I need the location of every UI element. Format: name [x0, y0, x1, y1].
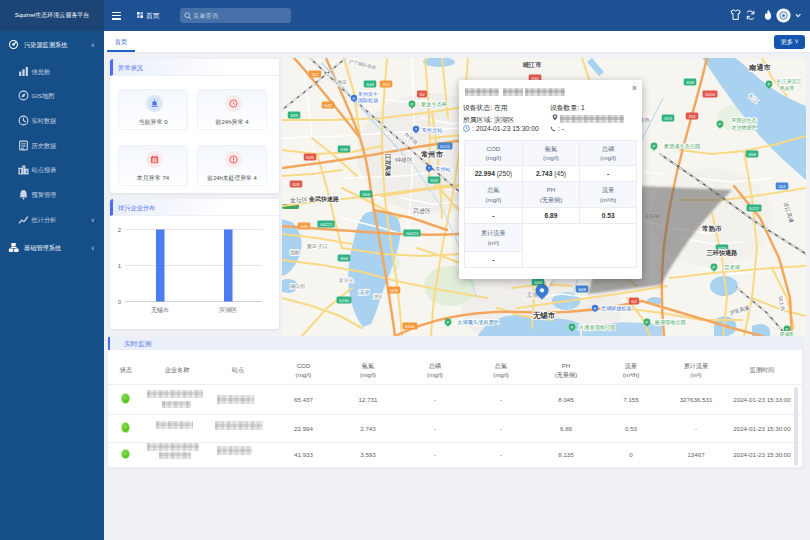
svg-text:洪庄: 洪庄	[337, 79, 347, 86]
svg-text:G2: G2	[631, 299, 637, 304]
svg-text:常州北站: 常州北站	[422, 127, 444, 134]
svg-text:G2: G2	[419, 92, 425, 97]
svg-text:G25: G25	[306, 155, 315, 160]
svg-text:G204: G204	[705, 92, 716, 97]
svg-text:国际机场: 国际机场	[358, 97, 378, 104]
svg-text:武进区: 武进区	[413, 207, 431, 215]
svg-text:204: 204	[779, 184, 787, 189]
svg-text:P: P	[653, 144, 656, 149]
svg-text:农业旅游区: 农业旅游区	[732, 124, 757, 131]
svg-text:钟楼区: 钟楼区	[394, 156, 413, 163]
svg-text:江宜高速: 江宜高速	[384, 152, 392, 176]
svg-text:P: P	[447, 320, 450, 325]
svg-text:滆湖: 滆湖	[359, 289, 370, 295]
svg-text:昆承湖: 昆承湖	[724, 264, 740, 271]
svg-text:S39: S39	[430, 178, 438, 183]
svg-text:S58: S58	[340, 256, 348, 261]
svg-text:S38: S38	[686, 80, 694, 85]
svg-text:常州市: 常州市	[421, 150, 444, 159]
svg-text:无锡市: 无锡市	[151, 306, 169, 314]
svg-text:S45: S45	[300, 224, 308, 229]
svg-text:常州站: 常州站	[435, 166, 451, 173]
svg-text:S39: S39	[290, 113, 298, 118]
svg-text:靖江市: 靖江市	[522, 61, 542, 69]
svg-text:G25: G25	[390, 288, 399, 293]
svg-text:大溪港湿地公园: 大溪港湿地公园	[579, 324, 615, 331]
svg-text:金武快速路: 金武快速路	[308, 195, 340, 203]
svg-text:南通市: 南通市	[748, 63, 771, 72]
svg-text:常熟市: 常熟市	[702, 225, 722, 233]
svg-text:G42: G42	[324, 103, 333, 108]
svg-text:湖全: 湖全	[373, 294, 383, 299]
svg-text:风光带: 风光带	[780, 85, 795, 92]
svg-text:P: P	[646, 320, 649, 325]
svg-text:G4221: G4221	[320, 222, 333, 227]
svg-text:常阴沙生态: 常阴沙生态	[732, 117, 757, 124]
svg-text:P: P	[768, 82, 771, 87]
svg-text:P: P	[713, 265, 716, 270]
svg-text:太湖鼋头渚风景区: 太湖鼋头渚风景区	[457, 319, 499, 326]
svg-text:1: 1	[118, 263, 122, 269]
svg-text:233: 233	[383, 82, 391, 87]
svg-text:528: 528	[293, 182, 301, 187]
svg-text:S122: S122	[440, 144, 450, 149]
svg-text:S240: S240	[405, 324, 415, 329]
svg-text:金坛区: 金坛区	[289, 196, 308, 203]
svg-text:204: 204	[689, 114, 697, 119]
svg-text:湖口街: 湖口街	[290, 283, 305, 290]
svg-text:S38: S38	[340, 147, 348, 152]
svg-text:S58: S58	[748, 152, 756, 157]
svg-text:黄河头: 黄河头	[339, 278, 354, 283]
svg-text:三环快通路: 三环快通路	[707, 249, 739, 257]
svg-text:滨湖区: 滨湖区	[219, 306, 237, 313]
svg-text:P: P	[719, 122, 722, 127]
svg-text:S58: S58	[362, 192, 370, 197]
svg-text:长江岸滨江: 长江岸滨江	[777, 78, 802, 85]
svg-text:新庄: 新庄	[307, 243, 317, 249]
svg-text:G4221: G4221	[406, 231, 419, 236]
svg-text:S19: S19	[664, 116, 672, 121]
svg-text:无锡市: 无锡市	[532, 311, 556, 320]
svg-text:黄泗浦生态公园: 黄泗浦生态公园	[664, 143, 700, 150]
svg-text:无锡硕放机场: 无锡硕放机场	[601, 305, 631, 312]
svg-text:S58: S58	[534, 280, 542, 285]
svg-text:P: P	[571, 325, 574, 330]
svg-text:2: 2	[118, 227, 122, 233]
svg-text:惠湖湿地公园: 惠湖湿地公园	[653, 319, 685, 325]
svg-text:新龙生态林: 新龙生态林	[421, 101, 448, 107]
svg-text:P: P	[411, 102, 414, 107]
svg-text:星湖乳: 星湖乳	[780, 331, 795, 336]
svg-text:S48: S48	[366, 82, 374, 87]
svg-text:S48: S48	[578, 287, 586, 292]
svg-text:S240: S240	[339, 298, 349, 303]
svg-text:0: 0	[118, 299, 122, 305]
svg-text:S227: S227	[749, 206, 759, 211]
svg-text:指前: 指前	[290, 250, 300, 255]
svg-text:312: 312	[312, 72, 320, 77]
